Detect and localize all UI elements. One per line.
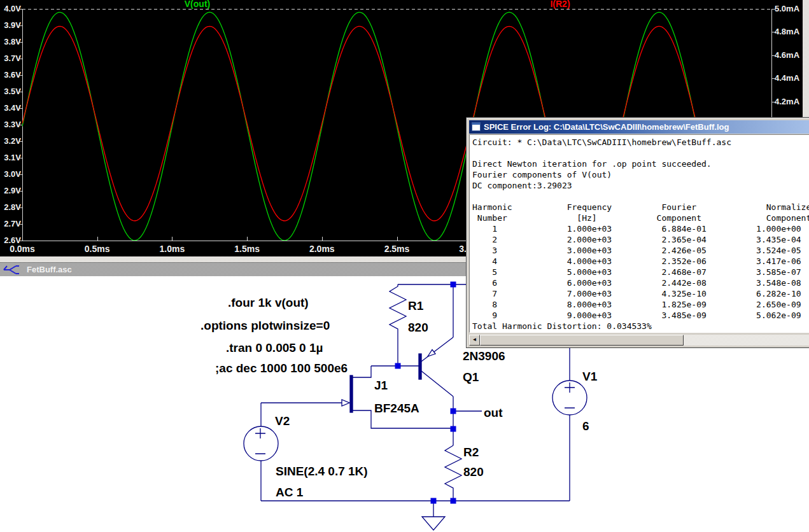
directive-tran[interactable]: .tran 0 0.005 0 1µ [226, 341, 323, 354]
directive-ac[interactable]: ;ac dec 1000 100 500e6 [215, 361, 348, 375]
label-v2-name[interactable]: V2 [275, 414, 290, 428]
x-axis-label: 2.0ms [302, 244, 342, 254]
schematic-window-title: FetBuff.asc [27, 263, 72, 276]
y-axis-right-tick [771, 102, 776, 102]
x-axis-label: 0.5ms [77, 244, 118, 254]
jfet-gate-arrow-icon [342, 400, 349, 406]
vsource-v2[interactable] [244, 426, 278, 461]
ground-symbol[interactable] [422, 517, 445, 530]
x-axis-label: 1.5ms [227, 244, 267, 254]
label-v2-ac[interactable]: AC 1 [276, 486, 304, 499]
label-r1-name[interactable]: R1 [408, 299, 424, 312]
y-axis-right-label: 4.6mA [775, 50, 804, 60]
ltspice-desktop: { "plot": { "legends": [ {"label": "V(ou… [0, 0, 809, 532]
label-r2-name[interactable]: R2 [463, 445, 479, 459]
error-log-icon [472, 122, 481, 131]
error-log-text: Circuit: * C:\Data\LTC\SwCADIII\homebrew… [470, 135, 809, 332]
y-axis-right-label: 4.4mA [775, 73, 804, 83]
resistor-r1[interactable] [390, 284, 406, 366]
error-log-hscrollbar[interactable]: ◄ [469, 335, 809, 346]
label-r1-value[interactable]: 820 [408, 321, 428, 334]
resistor-r2[interactable] [445, 445, 461, 501]
label-j1-model[interactable]: BF245A [374, 402, 419, 415]
error-log-content[interactable]: Circuit: * C:\Data\LTC\SwCADIII\homebrew… [469, 134, 809, 333]
label-j1-name[interactable]: J1 [374, 379, 388, 392]
y-axis-right-tick [771, 55, 776, 56]
error-log-titlebar[interactable]: SPICE Error Log: C:\Data\LTC\SwCADIII\ho… [469, 120, 809, 134]
pnp-q1[interactable] [421, 284, 453, 445]
pnp-emitter-arrow-icon [428, 349, 435, 356]
label-q1-name[interactable]: Q1 [463, 370, 479, 384]
x-axis-label: 1.0ms [151, 244, 192, 254]
label-q1-model[interactable]: 2N3906 [463, 349, 505, 363]
label-v1-value[interactable]: 6 [582, 419, 589, 433]
y-axis-right-label: 4.8mA [775, 27, 804, 36]
directive-options[interactable]: .options plotwinsize=0 [200, 319, 330, 332]
error-log-title: SPICE Error Log: C:\Data\LTC\SwCADIII\ho… [484, 120, 729, 134]
y-axis-right-label: 5.0mA [775, 4, 804, 13]
x-axis-label: 0.0ms [2, 244, 43, 254]
y-axis-right-tick [771, 32, 776, 32]
legend-vout[interactable]: V(out) [172, 0, 223, 8]
y-axis-right-tick [771, 9, 776, 10]
schematic-icon [3, 263, 23, 276]
jfet-j1[interactable] [353, 366, 453, 428]
y-axis-right-tick [771, 78, 776, 79]
label-v1-name[interactable]: V1 [582, 370, 598, 383]
error-log-window[interactable]: SPICE Error Log: C:\Data\LTC\SwCADIII\ho… [467, 118, 809, 347]
y-axis-right-label: 4.2mA [775, 97, 804, 106]
y-axis-left-tick [18, 241, 23, 241]
x-axis-label: 2.5ms [377, 244, 418, 254]
scrollbar-thumb[interactable] [480, 335, 684, 346]
net-label-out[interactable]: out [484, 406, 503, 419]
pnp-q1-bar[interactable] [419, 354, 421, 379]
label-v2-value[interactable]: SINE(2.4 0.7 1K) [276, 465, 368, 478]
scrollbar-left-arrow-icon[interactable]: ◄ [469, 335, 480, 346]
jfet-j1-bar[interactable] [350, 375, 353, 412]
label-r2-value[interactable]: 820 [463, 465, 484, 479]
directive-four[interactable]: .four 1k v(out) [228, 296, 309, 309]
legend-ir2[interactable]: I(R2) [538, 0, 582, 8]
